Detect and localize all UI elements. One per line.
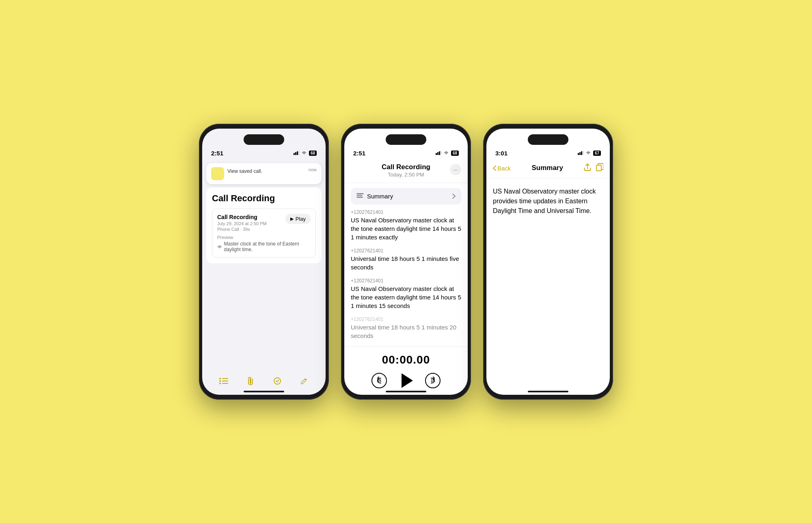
chevron-left-icon xyxy=(493,166,496,171)
svg-rect-5 xyxy=(218,245,219,248)
transcript-entry-2: +12027621401 Universal time 18 hours 5 1… xyxy=(351,248,461,271)
phone1-title: Call Recording xyxy=(212,193,316,204)
signal-icon xyxy=(294,151,299,155)
phone1-screen: 2:51 68 View saved call. now Call Record… xyxy=(202,129,326,395)
preview-text: Master clock at the tone of Eastern dayl… xyxy=(217,241,311,252)
battery-icon: 68 xyxy=(309,151,317,156)
recording-date: July 29, 2024 at 2:50 PM xyxy=(217,221,267,226)
wifi-icon-3 xyxy=(585,151,591,155)
svg-point-11 xyxy=(219,380,221,382)
signal-icon-2 xyxy=(436,151,441,155)
summary-text: US Naval Observatory master clock provid… xyxy=(493,187,603,216)
transcript-list: +12027621401 US Naval Observatory master… xyxy=(344,209,468,347)
svg-rect-8 xyxy=(221,246,222,247)
svg-rect-21 xyxy=(356,195,362,196)
home-indicator-2 xyxy=(386,391,426,392)
summary-label: Summary xyxy=(367,193,393,200)
notif-time: now xyxy=(309,167,317,172)
recording-card-info: Call Recording July 29, 2024 at 2:50 PM … xyxy=(217,214,267,235)
bottom-toolbar xyxy=(202,375,326,387)
play-button-1[interactable]: ▶ Play xyxy=(285,214,311,224)
transcript-number-1: +12027621401 xyxy=(351,209,461,215)
transcript-number-3: +12027621401 xyxy=(351,278,461,284)
more-options-button[interactable]: ··· xyxy=(450,164,461,175)
skip-back-label: 15 xyxy=(377,379,381,383)
svg-rect-14 xyxy=(222,383,228,384)
svg-rect-6 xyxy=(219,245,220,248)
svg-rect-7 xyxy=(220,245,221,248)
summary-row[interactable]: Summary xyxy=(351,188,461,204)
circle-icon[interactable] xyxy=(272,375,283,387)
home-indicator-1 xyxy=(244,391,284,392)
play-triangle-icon: ▶ xyxy=(290,216,294,222)
back-button[interactable]: Back xyxy=(493,165,511,172)
copy-button[interactable] xyxy=(596,163,603,173)
status-icons-3: 67 xyxy=(578,151,601,156)
home-indicator-3 xyxy=(528,391,568,392)
time-3: 3:01 xyxy=(495,150,508,157)
time-2: 2:51 xyxy=(353,150,365,157)
list-icon[interactable] xyxy=(218,375,229,387)
svg-rect-22 xyxy=(356,197,363,198)
notification-banner[interactable]: View saved call. now xyxy=(206,163,322,184)
phone1-content: Call Recording Call Recording July 29, 2… xyxy=(206,187,322,263)
transcript-text-2: Universal time 18 hours 5 1 minutes five… xyxy=(351,254,461,271)
app-icon xyxy=(211,167,224,180)
battery-icon-3: 67 xyxy=(593,151,601,156)
svg-rect-2 xyxy=(297,151,298,155)
transcript-icon xyxy=(356,193,364,199)
phone2-title: Call Recording xyxy=(351,163,461,171)
preview-label: Preview xyxy=(217,235,311,240)
phone-2: 2:51 68 Call Recording Today, 2:50 PM ··… xyxy=(341,124,471,400)
share-button[interactable] xyxy=(584,163,591,173)
skip-forward-label: 15 xyxy=(431,379,435,383)
wifi-icon xyxy=(301,151,307,155)
svg-rect-17 xyxy=(437,152,438,155)
transcript-number-2: +12027621401 xyxy=(351,248,461,254)
play-triangle-2 xyxy=(402,373,413,388)
phone-3: 3:01 67 Back Summary xyxy=(483,124,613,400)
ellipsis-icon: ··· xyxy=(453,166,458,173)
header-icons xyxy=(584,163,603,173)
skip-back-button[interactable]: 15 xyxy=(371,373,387,388)
transcript-text-4: Universal time 18 hours 5 1 minutes 20 s… xyxy=(351,323,461,340)
svg-rect-16 xyxy=(436,153,437,155)
phone3-title: Summary xyxy=(531,164,563,172)
summary-content: US Naval Observatory master clock provid… xyxy=(486,179,610,224)
svg-rect-0 xyxy=(294,153,295,155)
svg-rect-28 xyxy=(581,151,582,155)
recording-card-header: Call Recording July 29, 2024 at 2:50 PM … xyxy=(217,214,311,235)
phone2-subtitle: Today, 2:50 PM xyxy=(351,172,461,178)
phone2-screen: 2:51 68 Call Recording Today, 2:50 PM ··… xyxy=(344,129,468,395)
phones-container: 2:51 68 View saved call. now Call Record… xyxy=(199,124,613,400)
recording-card: Call Recording July 29, 2024 at 2:50 PM … xyxy=(212,209,316,258)
dynamic-island-3 xyxy=(528,134,568,145)
recording-title: Call Recording xyxy=(217,214,267,220)
paperclip-icon[interactable] xyxy=(245,375,256,387)
svg-rect-26 xyxy=(578,153,579,155)
transcript-entry-3: +12027621401 US Naval Observatory master… xyxy=(351,278,461,310)
svg-rect-19 xyxy=(441,151,441,155)
signal-icon-3 xyxy=(578,151,583,155)
svg-rect-20 xyxy=(356,193,364,194)
phone-1: 2:51 68 View saved call. now Call Record… xyxy=(199,124,329,400)
wifi-icon-2 xyxy=(443,151,449,155)
svg-rect-1 xyxy=(295,152,296,155)
svg-point-9 xyxy=(219,378,221,379)
phone3-header: Back Summary xyxy=(486,160,610,179)
dynamic-island xyxy=(244,134,284,145)
skip-forward-button[interactable]: 15 xyxy=(425,373,441,388)
preview-content: Master clock at the tone of Eastern dayl… xyxy=(224,241,311,252)
play-button-2[interactable] xyxy=(399,373,413,388)
compose-icon[interactable] xyxy=(298,375,310,387)
svg-point-13 xyxy=(219,383,221,384)
svg-rect-3 xyxy=(298,151,299,155)
audio-time: 00:00.00 xyxy=(344,353,468,366)
phone2-header: Call Recording Today, 2:50 PM ··· xyxy=(344,160,468,183)
recording-type: Phone Call · 39s xyxy=(217,227,267,232)
summary-row-left: Summary xyxy=(356,193,393,200)
transcript-entry-1: +12027621401 US Naval Observatory master… xyxy=(351,209,461,241)
phone3-screen: 3:01 67 Back Summary xyxy=(486,129,610,395)
chevron-right-icon xyxy=(452,194,456,199)
back-label: Back xyxy=(497,165,511,172)
